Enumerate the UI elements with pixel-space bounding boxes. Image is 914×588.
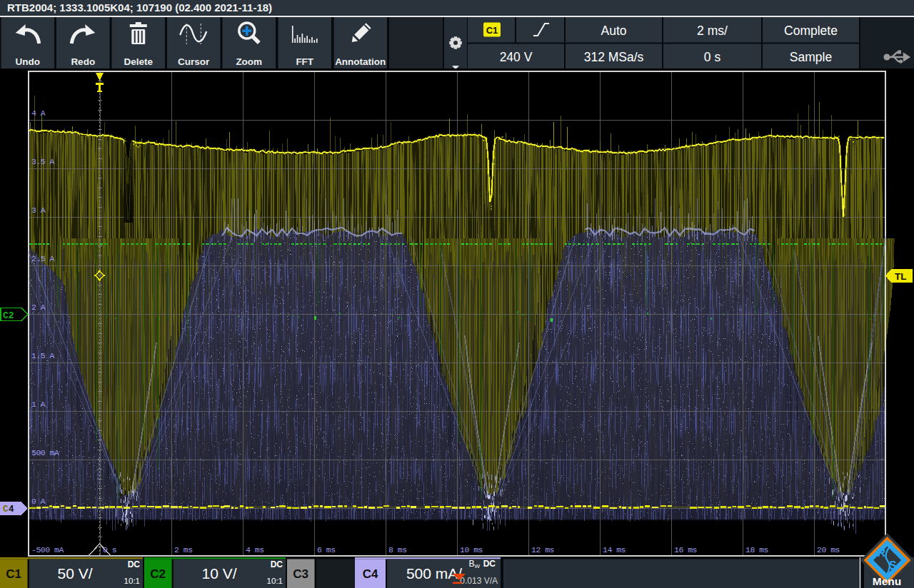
svg-text:DC: DC: [128, 559, 141, 569]
svg-text:50 V/: 50 V/: [57, 565, 92, 582]
svg-text:C3: C3: [293, 567, 308, 581]
svg-text:2 A: 2 A: [31, 303, 46, 312]
svg-text:Menu: Menu: [873, 575, 901, 587]
svg-text:C1: C1: [6, 567, 21, 581]
svg-text:0.013 V/A: 0.013 V/A: [460, 576, 498, 586]
svg-text:3 A: 3 A: [31, 206, 46, 215]
svg-text:0 A: 0 A: [31, 497, 46, 506]
svg-text:TL: TL: [895, 271, 907, 282]
svg-text:3.5 A: 3.5 A: [31, 157, 55, 166]
svg-text:C2: C2: [150, 567, 166, 581]
svg-text:10:1: 10:1: [124, 577, 140, 585]
svg-text:R: R: [878, 547, 886, 559]
svg-text:DC: DC: [271, 559, 283, 569]
svg-text:C: C: [3, 505, 9, 514]
svg-text:1 A: 1 A: [31, 400, 46, 409]
svg-text:1.5 A: 1.5 A: [31, 351, 55, 360]
svg-text:2.5 A: 2.5 A: [31, 254, 55, 263]
svg-text:500 mA: 500 mA: [31, 448, 59, 457]
svg-text:4: 4: [9, 505, 14, 514]
svg-text:10 V/: 10 V/: [201, 565, 236, 582]
svg-text:10:1: 10:1: [267, 577, 283, 585]
svg-text:4 A: 4 A: [31, 108, 46, 118]
svg-text:C2: C2: [3, 310, 14, 321]
svg-text:DC: DC: [483, 559, 496, 569]
svg-text:C4: C4: [363, 567, 378, 581]
svg-text:500 mA/: 500 mA/: [406, 565, 462, 582]
